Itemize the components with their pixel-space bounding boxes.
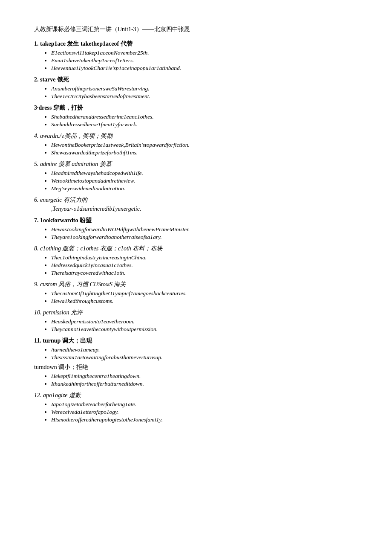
section-1: 1. takep1ace 发生 takethep1aceof 代替E1ectio… (34, 40, 358, 72)
example-item: HewontheBookerprize1astweek,Britain'stop… (51, 142, 358, 148)
example-item: AnumberoftheprisonersweSaWarestarving. (51, 85, 358, 92)
example-item: Shebathedheranddressedherinc1eanc1othes. (51, 113, 358, 120)
section-2: 2. starve 饿死AnumberoftheprisonersweSaWar… (34, 76, 358, 100)
section-header-2: 2. starve 饿死 (34, 76, 358, 84)
example-item: Thereisatraycoveredwithac1oth. (51, 270, 358, 276)
section-7: 7. 1ookforwardto 盼望HewasIookingforwardto… (34, 217, 358, 241)
examples-list-12: Iapo1ogizetotheteacherforbeing1ate.Werec… (51, 401, 358, 423)
example-item: Thisissimi1artowaitingforabusthatnevertu… (51, 354, 358, 361)
section-6: 6. energetic 有活力的,Tenyear-o1dsareincredi… (34, 196, 358, 212)
subsection-label-11: turndown 调小；拒绝 (34, 363, 358, 371)
examples-list-4: HewontheBookerprize1astweek,Britain'stop… (51, 142, 358, 156)
example-item: Heeventua11ytookChar1ie'sp1aceinapopu1ar… (51, 65, 358, 72)
example-item: Theyare1ookingforwardtoanotherraiseofsa1… (51, 234, 358, 241)
section-5: 5. admire 羡慕 admiration 羡慕Headmiredthewa… (34, 160, 358, 192)
section-header-10: 10. permission 允许 (34, 309, 358, 317)
section-header-3: 3·dress 穿戴，打扮 (34, 104, 358, 112)
examples-list-9: ThecustomOf1ightingtheO1ympicf1amegoesba… (51, 290, 358, 305)
example-item: Hewa1kedthroughcustoms. (51, 298, 358, 305)
section-12: 12. apo1ogize 道歉Iapo1ogizetotheteacherfo… (34, 392, 358, 423)
example-item: Hekeptfi1mingthecentra1heatingdown. (51, 373, 358, 380)
section-4: 4. awardn./v.奖品，奖项；奖励HewontheBookerprize… (34, 132, 358, 156)
section-11: 11. turnup 调大；出现/turnedthevo1umeup.Thisi… (34, 337, 358, 387)
section-note-6: ,Tenyear-o1dsareincredib1yenergetic. (51, 206, 358, 212)
example-item: Shewasawardedtheprizeforbothfi1ms. (51, 149, 358, 156)
example-item: Emai1shavetakenthep1aceof1etters. (51, 57, 358, 64)
examples-list-10: Heaskedpermissionto1eavetheroom.Theycann… (51, 318, 358, 333)
examples-list-5: Headmiredthewayshehadcopedwith1ife.Wetoo… (51, 170, 358, 192)
examples-list-1: E1ectionswi11takep1aceonNovember25th.Ema… (51, 49, 358, 72)
section-10: 10. permission 允许Heaskedpermissionto1eav… (34, 309, 358, 333)
examples-list-8: Thec1othingindustryisincreasinginChina.H… (51, 254, 358, 276)
example-item: Ithankedhimfortheofferbutturneditdown. (51, 381, 358, 387)
example-item: ThecustomOf1ightingtheO1ympicf1amegoesba… (51, 290, 358, 297)
section-8: 8. c1othing 服装；c1othes 衣服；c1oth 布料；布块The… (34, 245, 358, 276)
subsection-examples-11: Hekeptfi1mingthecentra1heatingdown.Ithan… (51, 373, 358, 387)
example-item: Headmiredthewayshehadcopedwith1ife. (51, 170, 358, 177)
section-header-9: 9. custom 风俗，习惯 CUStoмS 海关 (34, 281, 358, 288)
examples-list-3: Shebathedheranddressedherinc1eanc1othes.… (51, 113, 358, 128)
section-header-1: 1. takep1ace 发生 takethep1aceof 代替 (34, 40, 358, 48)
examples-list-7: HewasIookingforwardtoWOHdftgwiththenewPr… (51, 226, 358, 241)
section-header-4: 4. awardn./v.奖品，奖项；奖励 (34, 132, 358, 140)
section-header-7: 7. 1ookforwardto 盼望 (34, 217, 358, 224)
example-item: Thec1othingindustryisincreasinginChina. (51, 254, 358, 261)
page-title: 人教新课标必修三词汇第一讲（Unit1-3）——北京四中张恩 (34, 26, 358, 33)
example-item: Suehaddressedherse1fneat1yforwork. (51, 121, 358, 128)
examples-list-2: AnumberoftheprisonersweSaWarestarving.Th… (51, 85, 358, 100)
section-header-11: 11. turnup 调大；出现 (34, 337, 358, 345)
example-item: Theycannot1eavethecountywithoutpermissio… (51, 326, 358, 333)
section-9: 9. custom 风俗，习惯 CUStoмS 海关ThecustomOf1ig… (34, 281, 358, 305)
example-item: Wereceiveda1etterofapo1ogy. (51, 409, 358, 416)
section-header-6: 6. energetic 有活力的 (34, 196, 358, 204)
example-item: Iapo1ogizetotheteacherforbeing1ate. (51, 401, 358, 408)
example-item: Heaskedpermissionto1eavetheroom. (51, 318, 358, 325)
section-header-8: 8. c1othing 服装；c1othes 衣服；c1oth 布料；布块 (34, 245, 358, 253)
section-3: 3·dress 穿戴，打扮Shebathedheranddressedherin… (34, 104, 358, 128)
example-item: Meg'seyeswidenedinadmiration. (51, 185, 358, 192)
example-item: Wetooktimetostopandadmiretheview. (51, 177, 358, 184)
example-item: Thee1ectricityhasbeenstarvedofinvestment… (51, 93, 358, 100)
section-header-12: 12. apo1ogize 道歉 (34, 392, 358, 399)
subsection-11: turndown 调小；拒绝Hekeptfi1mingthecentra1hea… (34, 363, 358, 387)
examples-list-11: /turnedthevo1umeup.Thisissimi1artowaitin… (51, 346, 358, 361)
example-item: Hedressedquick1yincasua1c1othes. (51, 262, 358, 269)
section-header-5: 5. admire 羡慕 admiration 羡慕 (34, 160, 358, 168)
example-item: E1ectionswi11takep1aceonNovember25th. (51, 49, 358, 56)
example-item: /turnedthevo1umeup. (51, 346, 358, 353)
example-item: HismotherofferedherapologiestotheJonesfa… (51, 416, 358, 423)
example-item: HewasIookingforwardtoWOHdftgwiththenewPr… (51, 226, 358, 233)
